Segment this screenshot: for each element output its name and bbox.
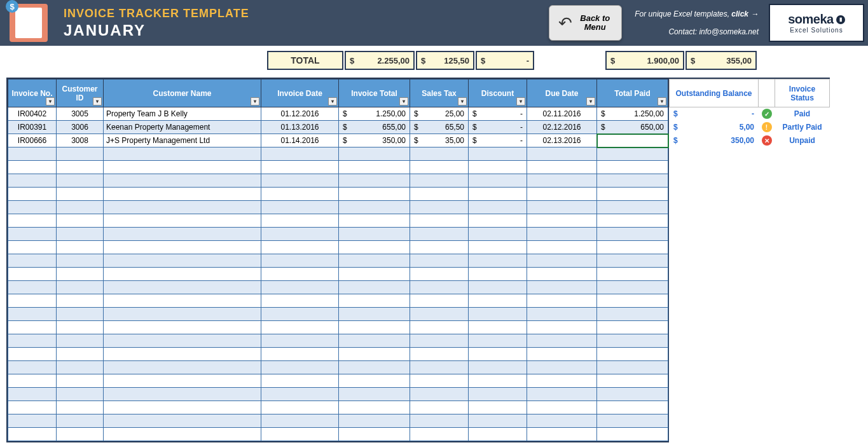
col-customer-id[interactable]: Customer ID▾ xyxy=(57,79,104,107)
filter-icon[interactable]: ▾ xyxy=(458,97,467,106)
filter-icon[interactable]: ▾ xyxy=(328,97,337,106)
cell-invoice-total[interactable]: $655,00 xyxy=(339,121,410,134)
filter-icon[interactable]: ▾ xyxy=(251,97,259,106)
cell-sales-tax[interactable]: $35,00 xyxy=(410,134,469,147)
cell-outstanding: $- xyxy=(670,107,759,121)
contact-email[interactable]: info@someka.net xyxy=(699,27,759,36)
cell-invoice-date[interactable]: 01.13.2016 xyxy=(261,121,339,134)
table-row[interactable] xyxy=(8,281,668,294)
table-row[interactable] xyxy=(8,374,668,388)
cell-invoice-date[interactable]: 01.12.2016 xyxy=(261,107,339,121)
table-row[interactable]: IR003913006Keenan Property Management01.… xyxy=(8,121,668,134)
data-grid: Invoice No.▾ Customer ID▾ Customer Name▾… xyxy=(0,78,868,442)
cell-customer-name[interactable]: J+S Property Management Ltd xyxy=(104,134,261,147)
cell-invoice-no[interactable]: IR00391 xyxy=(8,121,57,134)
cell-outstanding: $5,00 xyxy=(670,121,759,134)
table-row[interactable] xyxy=(8,388,668,401)
cell-discount[interactable]: $- xyxy=(469,134,527,147)
col-total-paid[interactable]: Total Paid▾ xyxy=(597,79,668,107)
cell-customer-name[interactable]: Keenan Property Management xyxy=(104,121,261,134)
cell-due-date[interactable]: 02.13.2016 xyxy=(527,134,597,147)
table-row[interactable] xyxy=(8,268,668,281)
cell-due-date[interactable]: 02.11.2016 xyxy=(527,107,597,121)
status-row xyxy=(670,174,830,188)
totals-row: TOTAL $2.255,00 $125,50 $- $1.900,00 $35… xyxy=(0,46,868,78)
table-row[interactable] xyxy=(8,254,668,268)
cell-discount[interactable]: $- xyxy=(469,107,527,121)
invoice-icon xyxy=(10,4,48,42)
table-row[interactable] xyxy=(8,334,668,348)
status-paid-icon: ✓ xyxy=(762,109,772,119)
table-row[interactable] xyxy=(8,414,668,428)
table-row[interactable] xyxy=(8,214,668,228)
col-discount[interactable]: Discount▾ xyxy=(469,79,527,107)
status-row xyxy=(670,161,830,174)
someka-logo[interactable]: someka▮ Excel Solutions xyxy=(769,4,864,42)
table-row[interactable] xyxy=(8,428,668,441)
cell-total-paid[interactable]: $1.250,00 xyxy=(597,107,668,121)
total-outstanding: $355,00 xyxy=(685,51,757,70)
status-row: $-✓Paid xyxy=(670,107,830,121)
back-to-menu-button[interactable]: ↶ Back to Menu xyxy=(549,5,622,41)
table-row[interactable] xyxy=(8,294,668,308)
brand-name: someka▮ xyxy=(788,12,845,27)
cell-total-paid[interactable] xyxy=(597,134,668,147)
col-invoice-date[interactable]: Invoice Date▾ xyxy=(261,79,339,107)
status-row xyxy=(670,228,830,241)
table-row[interactable] xyxy=(8,401,668,414)
table-row[interactable]: IR006663008J+S Property Management Ltd01… xyxy=(8,134,668,147)
filter-icon[interactable]: ▾ xyxy=(399,97,408,106)
cell-sales-tax[interactable]: $65,50 xyxy=(410,121,469,134)
table-row[interactable] xyxy=(8,321,668,334)
filter-icon[interactable]: ▾ xyxy=(93,97,102,106)
cell-invoice-no[interactable]: IR00666 xyxy=(8,134,57,147)
col-invoice-no[interactable]: Invoice No.▾ xyxy=(8,79,57,107)
table-row[interactable] xyxy=(8,147,668,161)
total-invoice: $2.255,00 xyxy=(345,51,415,70)
table-row[interactable] xyxy=(8,361,668,374)
status-row: $350,00✕Unpaid xyxy=(670,134,830,147)
contact-info: Contact: info@someka.net xyxy=(668,27,759,36)
table-row[interactable] xyxy=(8,241,668,254)
invoice-table[interactable]: Invoice No.▾ Customer ID▾ Customer Name▾… xyxy=(8,79,668,441)
status-row xyxy=(670,388,830,401)
table-row[interactable] xyxy=(8,161,668,174)
col-invoice-total[interactable]: Invoice Total▾ xyxy=(339,79,410,107)
filter-icon[interactable]: ▾ xyxy=(586,97,595,106)
table-row[interactable] xyxy=(8,188,668,201)
col-sales-tax[interactable]: Sales Tax▾ xyxy=(410,79,469,107)
cell-invoice-total[interactable]: $350,00 xyxy=(339,134,410,147)
cell-total-paid[interactable]: $650,00 xyxy=(597,121,668,134)
cell-discount[interactable]: $- xyxy=(469,121,527,134)
status-row xyxy=(670,428,830,441)
filter-icon[interactable]: ▾ xyxy=(46,97,55,106)
cell-due-date[interactable]: 02.12.2016 xyxy=(527,121,597,134)
table-row[interactable] xyxy=(8,348,668,361)
cell-invoice-no[interactable]: IR00402 xyxy=(8,107,57,121)
table-row[interactable] xyxy=(8,201,668,214)
cell-status-icon: ✓ xyxy=(759,107,775,121)
cell-invoice-total[interactable]: $1.250,00 xyxy=(339,107,410,121)
promo-text[interactable]: For unique Excel templates, click→ xyxy=(635,10,759,18)
status-part-icon: ! xyxy=(762,122,772,132)
cell-customer-id[interactable]: 3005 xyxy=(57,107,104,121)
col-due-date[interactable]: Due Date▾ xyxy=(527,79,597,107)
cell-customer-id[interactable]: 3006 xyxy=(57,121,104,134)
cell-customer-id[interactable]: 3008 xyxy=(57,134,104,147)
col-status-icon xyxy=(759,79,775,107)
promo-prefix: For unique Excel templates, xyxy=(635,10,731,18)
cell-customer-name[interactable]: Property Team J B Kelly xyxy=(104,107,261,121)
status-row xyxy=(670,414,830,428)
app-title: INVOICE TRACKER TEMPLATE xyxy=(64,7,542,20)
filter-icon[interactable]: ▾ xyxy=(516,97,525,106)
table-row[interactable] xyxy=(8,308,668,321)
table-row[interactable] xyxy=(8,174,668,188)
table-row[interactable]: IR004023005Property Team J B Kelly01.12.… xyxy=(8,107,668,121)
cell-invoice-date[interactable]: 01.14.2016 xyxy=(261,134,339,147)
filter-icon[interactable]: ▾ xyxy=(658,97,666,106)
col-customer-name[interactable]: Customer Name▾ xyxy=(104,79,261,107)
month-title: JANUARY xyxy=(64,22,542,39)
cell-sales-tax[interactable]: $25,00 xyxy=(410,107,469,121)
table-row[interactable] xyxy=(8,228,668,241)
cell-status: Partly Paid xyxy=(775,121,830,134)
